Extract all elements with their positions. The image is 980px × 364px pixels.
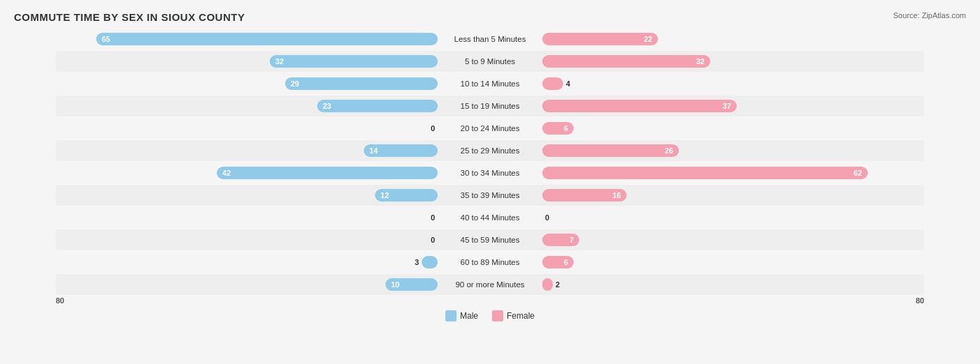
male-zero-value: 0 bbox=[431, 236, 435, 244]
female-bar: 6 bbox=[542, 256, 574, 268]
male-value: 65 bbox=[102, 35, 110, 43]
female-bar: 26 bbox=[542, 144, 679, 157]
legend: Male Female bbox=[14, 310, 966, 321]
male-bar-container: 10 bbox=[56, 274, 438, 295]
male-zero-value: 0 bbox=[431, 213, 435, 222]
chart-row: 4230 to 34 Minutes62 bbox=[56, 162, 924, 183]
female-zero-value: 0 bbox=[545, 213, 549, 222]
row-label: 20 to 24 Minutes bbox=[438, 124, 542, 132]
female-bar: 22 bbox=[542, 33, 658, 45]
row-label: 90 or more Minutes bbox=[438, 280, 542, 289]
female-value: 26 bbox=[665, 146, 673, 155]
male-bar-container: 0 bbox=[56, 118, 438, 139]
male-bar: 29 bbox=[285, 77, 438, 90]
male-bar-container: 12 bbox=[56, 185, 438, 206]
male-bar: 3 bbox=[422, 256, 438, 268]
female-bar-container: 6 bbox=[542, 118, 924, 139]
row-label: 45 to 59 Minutes bbox=[438, 236, 542, 244]
male-zero-value: 0 bbox=[431, 124, 435, 132]
chart-title: COMMUTE TIME BY SEX IN SIOUX COUNTY bbox=[14, 11, 966, 23]
female-bar-container: 2 bbox=[542, 274, 924, 295]
male-bar: 23 bbox=[317, 100, 438, 112]
female-bar: 62 bbox=[542, 167, 868, 179]
chart-row: 045 to 59 Minutes7 bbox=[56, 229, 924, 250]
male-value: 14 bbox=[369, 146, 378, 155]
row-label: 30 to 34 Minutes bbox=[438, 169, 542, 177]
row-label: 25 to 29 Minutes bbox=[438, 146, 542, 155]
legend-male-label: Male bbox=[460, 311, 478, 321]
female-value: 37 bbox=[723, 102, 731, 110]
axis-right-label: 80 bbox=[916, 296, 924, 305]
legend-male-box bbox=[445, 310, 457, 321]
male-bar-container: 23 bbox=[56, 96, 438, 116]
chart-row: 2315 to 19 Minutes37 bbox=[56, 96, 924, 116]
male-value: 12 bbox=[381, 191, 389, 199]
female-bar: 32 bbox=[542, 55, 710, 68]
legend-female-box bbox=[492, 310, 503, 321]
chart-area: 65Less than 5 Minutes22325 to 9 Minutes3… bbox=[14, 29, 966, 295]
female-bar: 37 bbox=[542, 100, 737, 112]
chart-row: 1425 to 29 Minutes26 bbox=[56, 140, 924, 161]
chart-row: 040 to 44 Minutes0 bbox=[56, 207, 924, 228]
axis-labels: 80 80 bbox=[14, 296, 966, 305]
female-value: 7 bbox=[569, 236, 574, 244]
row-label: 15 to 19 Minutes bbox=[438, 102, 542, 110]
female-bar: 16 bbox=[542, 189, 627, 202]
female-bar-container: 37 bbox=[542, 96, 924, 116]
female-bar-container: 32 bbox=[542, 51, 924, 72]
female-bar-container: 0 bbox=[542, 207, 924, 228]
male-bar-container: 0 bbox=[56, 229, 438, 250]
male-value: 29 bbox=[291, 79, 299, 88]
female-bar-container: 62 bbox=[542, 162, 924, 183]
chart-row: 65Less than 5 Minutes22 bbox=[56, 29, 924, 50]
row-label: 60 to 89 Minutes bbox=[438, 258, 542, 266]
chart-source: Source: ZipAtlas.com bbox=[893, 11, 966, 20]
chart-row: 325 to 9 Minutes32 bbox=[56, 51, 924, 72]
female-bar: 6 bbox=[542, 122, 574, 135]
female-value: 62 bbox=[854, 169, 862, 177]
chart-row: 2910 to 14 Minutes4 bbox=[56, 73, 924, 94]
female-value: 6 bbox=[564, 124, 568, 132]
male-bar: 65 bbox=[96, 33, 438, 45]
male-bar: 12 bbox=[375, 189, 438, 202]
female-bar-container: 26 bbox=[542, 140, 924, 161]
female-value: 4 bbox=[566, 79, 570, 88]
row-label: 10 to 14 Minutes bbox=[438, 79, 542, 88]
female-bar-container: 22 bbox=[542, 29, 924, 50]
female-bar-container: 6 bbox=[542, 252, 924, 273]
male-bar-container: 3 bbox=[56, 252, 438, 273]
chart-container: COMMUTE TIME BY SEX IN SIOUX COUNTY Sour… bbox=[0, 0, 980, 335]
male-value: 23 bbox=[323, 102, 331, 110]
male-bar-container: 42 bbox=[56, 162, 438, 183]
female-value: 2 bbox=[556, 280, 560, 289]
female-value: 6 bbox=[564, 258, 568, 266]
male-value: 42 bbox=[222, 169, 231, 177]
chart-row: 020 to 24 Minutes6 bbox=[56, 118, 924, 139]
male-bar-container: 65 bbox=[56, 29, 438, 50]
female-value: 32 bbox=[696, 57, 705, 66]
male-bar-container: 0 bbox=[56, 207, 438, 228]
male-value: 10 bbox=[391, 280, 399, 289]
male-bar: 42 bbox=[217, 167, 438, 179]
row-label: 40 to 44 Minutes bbox=[438, 213, 542, 222]
female-value: 22 bbox=[644, 35, 652, 43]
legend-male: Male bbox=[445, 310, 478, 321]
female-value: 16 bbox=[613, 191, 621, 199]
female-bar-container: 16 bbox=[542, 185, 924, 206]
female-bar: 2 bbox=[542, 278, 553, 291]
row-label: 5 to 9 Minutes bbox=[438, 57, 542, 66]
female-bar-container: 4 bbox=[542, 73, 924, 94]
female-bar: 7 bbox=[542, 234, 579, 246]
male-bar: 10 bbox=[385, 278, 438, 291]
female-bar: 4 bbox=[542, 77, 563, 90]
chart-row: 360 to 89 Minutes6 bbox=[56, 252, 924, 273]
male-value: 3 bbox=[415, 258, 419, 266]
axis-left-label: 80 bbox=[56, 296, 64, 305]
male-value: 32 bbox=[275, 57, 284, 66]
male-bar: 14 bbox=[364, 144, 438, 157]
male-bar-container: 29 bbox=[56, 73, 438, 94]
legend-female: Female bbox=[492, 310, 535, 321]
legend-female-label: Female bbox=[507, 311, 535, 321]
male-bar-container: 14 bbox=[56, 140, 438, 161]
row-label: 35 to 39 Minutes bbox=[438, 191, 542, 199]
